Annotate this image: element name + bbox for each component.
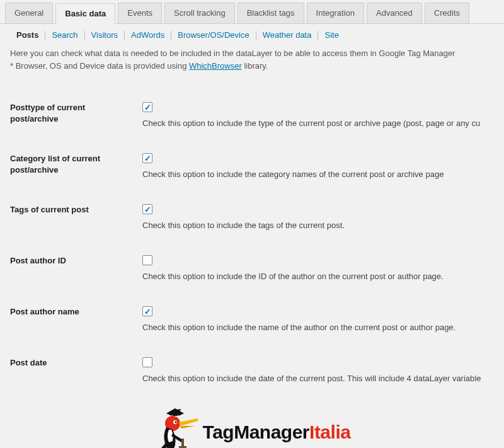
tab-blacklist-tags[interactable]: Blacklist tags <box>238 3 304 23</box>
author-id-checkbox[interactable] <box>142 255 152 265</box>
svg-point-3 <box>175 422 176 423</box>
sub-tab-adwords[interactable]: AdWords <box>125 30 171 40</box>
setting-description: Check this option to include the date of… <box>142 372 494 385</box>
svg-rect-4 <box>181 439 184 447</box>
tab-scroll-tracking[interactable]: Scroll tracking <box>164 3 235 23</box>
intro-prefix: * Browser, OS and Device data is provide… <box>10 61 189 71</box>
sub-tab-search[interactable]: Search <box>45 30 84 40</box>
sub-tab-browser-os-device[interactable]: Browser/OS/Device <box>171 30 255 40</box>
brand-logo: TagManagerItalia <box>0 399 504 448</box>
setting-categories: Category list of current post/archive Ch… <box>0 144 504 195</box>
setting-author-id: Post author ID Check this option to incl… <box>0 246 504 297</box>
setting-label: Post author ID <box>10 255 142 267</box>
setting-post-date: Post date Check this option to include t… <box>0 348 504 399</box>
sub-tabs: Posts Search Visitors AdWords Browser/OS… <box>0 24 504 43</box>
intro-line-1: Here you can check what data is needed t… <box>10 47 494 60</box>
tags-checkbox[interactable] <box>142 204 152 214</box>
setting-description: Check this option to include the tags of… <box>142 219 494 232</box>
setting-tags: Tags of current post Check this option t… <box>0 195 504 246</box>
setting-label: Tags of current post <box>10 204 142 215</box>
setting-description: Check this option to include the name of… <box>142 321 494 334</box>
woodpecker-icon <box>154 407 199 448</box>
brand-text: TagManagerItalia <box>203 422 351 443</box>
setting-posttype: Posttype of current post/archive Check t… <box>0 93 504 144</box>
sub-tab-site[interactable]: Site <box>318 30 345 40</box>
brand-text-a: TagManager <box>203 422 309 442</box>
brand-text-b: Italia <box>309 422 350 442</box>
tab-events[interactable]: Events <box>118 3 162 23</box>
intro-suffix: library. <box>242 61 268 71</box>
intro-text: Here you can check what data is needed t… <box>0 43 504 72</box>
setting-label: Category list of current post/archive <box>10 153 142 176</box>
tab-basic-data[interactable]: Basic data <box>55 3 115 24</box>
top-tabs: General Basic data Events Scroll trackin… <box>0 0 504 24</box>
tab-advanced[interactable]: Advanced <box>367 3 422 23</box>
whichbrowser-link[interactable]: WhichBrowser <box>189 61 242 71</box>
intro-line-2: * Browser, OS and Device data is provide… <box>10 60 494 72</box>
sub-tab-visitors[interactable]: Visitors <box>85 30 124 40</box>
categories-checkbox[interactable] <box>142 153 152 163</box>
setting-label: Post author name <box>10 306 142 318</box>
setting-description: Check this option to include the ID of t… <box>142 270 494 283</box>
setting-label: Posttype of current post/archive <box>10 102 142 125</box>
setting-description: Check this option to include the type of… <box>142 117 494 130</box>
svg-rect-0 <box>173 412 178 416</box>
sub-tab-weather-data[interactable]: Weather data <box>256 30 318 40</box>
post-date-checkbox[interactable] <box>142 357 152 367</box>
settings-form: Posttype of current post/archive Check t… <box>0 93 504 399</box>
sub-tab-posts[interactable]: Posts <box>10 30 45 40</box>
tab-integration[interactable]: Integration <box>307 3 364 23</box>
author-name-checkbox[interactable] <box>142 306 152 316</box>
setting-description: Check this option to include the categor… <box>142 168 494 181</box>
setting-author-name: Post author name Check this option to in… <box>0 297 504 348</box>
tab-general[interactable]: General <box>5 3 53 23</box>
tab-credits[interactable]: Credits <box>425 3 469 23</box>
posttype-checkbox[interactable] <box>142 102 152 112</box>
setting-label: Post date <box>10 357 142 369</box>
